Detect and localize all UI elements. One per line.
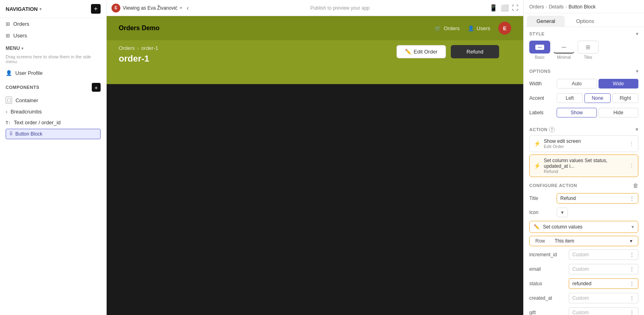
action-sub-1: Edit Order [544, 144, 626, 149]
action-lightning-icon-1: ⚡ [534, 140, 541, 147]
nav-orders-label: Orders [444, 25, 460, 31]
accent-none-button[interactable]: None [584, 93, 611, 103]
accent-right-button[interactable]: Right [612, 93, 638, 103]
sidebar-item-label: User Profile [15, 70, 43, 76]
edit-icon: ✏️ [405, 49, 411, 55]
fullscreen-button[interactable]: ⛶ [512, 4, 518, 12]
tablet-view-button[interactable]: ⬜ [501, 4, 509, 12]
options-label: OPTIONS [529, 69, 551, 74]
style-option-minimal[interactable]: — Minimal [553, 41, 574, 60]
components-label: COMPONENTS [6, 85, 39, 90]
width-auto-button[interactable]: Auto [557, 79, 597, 89]
style-option-basic[interactable]: — Basic [529, 41, 550, 60]
sidebar-item-user-profile[interactable]: 👤 User Profile [0, 67, 106, 79]
icon-field-row: Icon ▾ [524, 206, 644, 219]
right-breadcrumb: Orders › Details › Button Block [524, 0, 644, 13]
tab-general[interactable]: General [527, 16, 565, 27]
col-options-icon[interactable]: ⋮ [629, 309, 635, 315]
preview-back-button[interactable]: ‹ [185, 3, 190, 13]
action-type-chevron-icon: ▾ [632, 224, 634, 230]
nav-users-item[interactable]: 👤 Users [468, 25, 490, 31]
action-main-1: Show edit screen [544, 138, 626, 144]
app-user-avatar: E [498, 22, 511, 35]
row-field-label: Row [535, 238, 551, 244]
row-chevron-icon: ▾ [630, 238, 632, 244]
sidebar-item-users[interactable]: ⊞ Users [0, 30, 106, 41]
col-gift: gift Custom ⋮ [524, 305, 644, 315]
user-avatar: E [111, 4, 120, 12]
breadcrumb-child: order-1 [141, 45, 158, 51]
accent-left-button[interactable]: Left [557, 93, 583, 103]
col-name-status: status [529, 281, 566, 286]
accent-row: Accent Left None Right [524, 91, 644, 105]
nav-orders-item[interactable]: 🛒 Orders [435, 25, 460, 31]
basic-style-label: Basic [535, 55, 545, 60]
col-name-gift: gift [529, 310, 566, 315]
nav-label: NAVIGATION [6, 6, 38, 12]
title-options-icon[interactable]: ⋮ [629, 195, 635, 202]
action-item-edit[interactable]: ⚡ Show edit screen Edit Order ⋮ [529, 135, 638, 152]
action-type-select[interactable]: ✏️ Set column values ▾ [529, 221, 638, 233]
col-options-icon[interactable]: ⋮ [629, 280, 635, 287]
publish-hint: Publish to preview your app [194, 5, 486, 11]
col-options-icon[interactable]: ⋮ [629, 295, 635, 301]
labels-hide-button[interactable]: Hide [599, 108, 639, 117]
button-block-icon: ⠿ [9, 131, 13, 137]
component-button-block[interactable]: ⠿ Button Block [6, 129, 101, 139]
col-value-created-at[interactable]: Custom ⋮ [569, 293, 638, 303]
row-field-value: This item ▾ [555, 238, 632, 244]
labels-show-button[interactable]: Show [557, 108, 597, 117]
width-wide-button[interactable]: Wide [599, 79, 639, 89]
action-info-icon: ? [549, 127, 555, 132]
labels-row: Labels Show Hide [524, 105, 644, 120]
col-value-increment-id[interactable]: Custom ⋮ [569, 249, 638, 260]
sidebar-item-label: Users [13, 33, 27, 39]
tab-options[interactable]: Options [566, 16, 604, 27]
nav-users-label: Users [477, 25, 490, 31]
col-value-status[interactable]: refunded ⋮ [569, 278, 638, 289]
tiles-style-box: ⊞ [578, 41, 599, 54]
breadcrumb-sep-1-icon: › [546, 4, 547, 10]
icon-chevron-icon: ▾ [561, 210, 564, 215]
icon-field-label: Icon [529, 210, 553, 215]
center-panel: E Viewing as Eva Živanović ▾ ‹ Publish t… [107, 0, 523, 315]
action-section-toggle-icon[interactable]: ▾ [636, 126, 638, 132]
col-value-email[interactable]: Custom ⋮ [569, 264, 638, 274]
tabs-row: General Options [524, 13, 644, 27]
col-options-icon[interactable]: ⋮ [629, 266, 635, 272]
sidebar-item-orders[interactable]: ⊞ Orders [0, 18, 106, 30]
title-field-value[interactable]: Refund ⋮ [557, 193, 638, 204]
nav-add-button[interactable]: + [91, 4, 101, 14]
row-field[interactable]: Row This item ▾ [529, 236, 638, 246]
edit-order-button[interactable]: ✏️ Edit Order [396, 45, 446, 58]
tiles-grid-icon: ⊞ [586, 44, 590, 50]
labels-label: Labels [529, 110, 553, 115]
basic-btn-icon: — [535, 45, 544, 50]
components-add-button[interactable]: + [92, 83, 101, 92]
orders-grid-icon: ⊞ [6, 21, 10, 27]
text-icon: T↑ [6, 120, 10, 125]
col-value-text: Custom [572, 310, 589, 315]
viewing-as-user: E Viewing as Eva Živanović ▾ [111, 4, 182, 12]
icon-selector[interactable]: ▾ [557, 208, 568, 217]
component-text[interactable]: T↑ Text order / order_id [0, 117, 106, 128]
minimal-style-label: Minimal [557, 55, 571, 60]
options-toggle-icon[interactable]: ▾ [636, 68, 638, 74]
style-toggle-icon[interactable]: ▾ [636, 31, 638, 37]
col-options-icon[interactable]: ⋮ [629, 251, 635, 258]
col-value-gift[interactable]: Custom ⋮ [569, 307, 638, 315]
breadcrumb-details: Details [549, 4, 564, 10]
action-text-refund: Set column values Set status, updated_at… [544, 158, 626, 174]
style-option-tiles[interactable]: ⊞ Tiles [578, 41, 599, 60]
mobile-view-button[interactable]: 📱 [489, 4, 497, 12]
action-item-refund[interactable]: ⚡ Set column values Set status, updated_… [529, 154, 638, 177]
users-nav-icon: 👤 [468, 25, 474, 31]
action-type-label: Set column values [543, 224, 628, 230]
col-name-increment-id: increment_id [529, 252, 566, 257]
configure-label: CONFIGURE ACTION [529, 183, 577, 188]
refund-button[interactable]: Refund [451, 45, 499, 58]
component-breadcrumbs[interactable]: › Breadcrumbs [0, 106, 106, 117]
delete-action-button[interactable]: 🗑 [633, 182, 638, 189]
style-label: STYLE [529, 31, 545, 36]
component-container[interactable]: □ Container [0, 94, 106, 106]
